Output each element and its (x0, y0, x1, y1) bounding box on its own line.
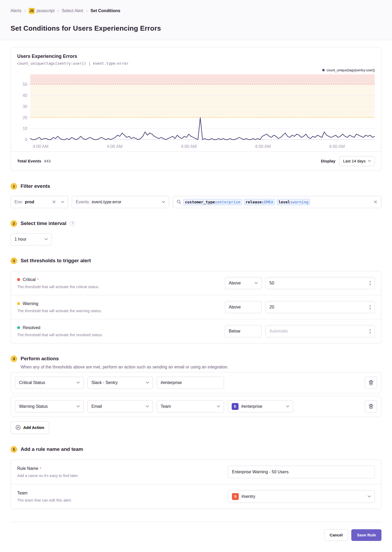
delete-action-button[interactable] (365, 400, 377, 413)
plus-circle-icon (16, 425, 21, 430)
events-chart-panel: Users Experiencing Errors count_unique(t… (11, 47, 381, 171)
page-title: Set Conditions for Users Experiencing Er… (11, 24, 381, 32)
warning-status-dot (17, 302, 20, 305)
trash-icon (369, 404, 373, 409)
team-select[interactable]: S #sentry (228, 490, 375, 503)
time-interval-select[interactable]: 1 hour (11, 233, 52, 245)
breadcrumb-project[interactable]: JS javascript (29, 8, 55, 14)
critical-status-dot (17, 278, 20, 281)
search-clear-icon[interactable]: ✕ (374, 200, 377, 204)
breadcrumb-alerts[interactable]: Alerts (11, 8, 21, 13)
resolved-value-field (265, 325, 375, 337)
rule-name-description: Add a name so it's easy to find later. (17, 474, 78, 478)
time-interval-value: 1 hour (15, 237, 26, 242)
critical-value-field (265, 277, 375, 289)
action-trigger-value: Critical Status (19, 380, 45, 385)
add-action-label: Add Action (23, 425, 44, 430)
trash-icon (369, 380, 373, 385)
rule-panel: Rule Name * Add a name so it's easy to f… (11, 460, 381, 509)
section-perform-actions-title: Perform actions (21, 356, 59, 362)
action-trigger-value: Warning Status (19, 404, 48, 409)
svg-text:50: 50 (23, 82, 27, 87)
action-service-select[interactable]: Email (87, 400, 153, 413)
chevron-down-icon (146, 405, 149, 408)
action-team-select[interactable]: E #enterprise (228, 400, 293, 413)
total-events-value: 443 (44, 159, 51, 163)
breadcrumb-project-label: javascript (37, 8, 55, 13)
display-range-dropdown[interactable]: Last 14 days (339, 156, 375, 166)
chart-footer: Total Events 443 Display Last 14 days (11, 151, 381, 171)
resolved-operator-value: Below (229, 329, 240, 334)
section-thresholds-title: Set thresholds to trigger alert (21, 258, 91, 264)
critical-threshold-row: Critical * The threshold that will activ… (11, 271, 381, 295)
stepper-icon[interactable] (369, 305, 371, 310)
perform-actions-description: When any of the thresholds above are met… (21, 365, 381, 369)
action-channel-input[interactable] (161, 380, 220, 385)
chevron-down-icon (61, 201, 64, 203)
warning-description: The threshold that will activate the war… (17, 309, 102, 313)
enterprise-team-avatar: E (232, 403, 239, 410)
resolved-value-input[interactable] (269, 329, 367, 334)
rule-name-label: Rule Name (17, 466, 38, 471)
help-icon[interactable]: ? (70, 221, 75, 226)
event-types-prefix: Events: (76, 200, 90, 204)
action-service-select[interactable]: Slack - Sentry (87, 377, 153, 389)
legend-series-label: count_unique(tags[sentry:user]) (326, 68, 375, 72)
warning-threshold-row: Warning The threshold that will activate… (11, 295, 381, 319)
team-row: Team The team that can edit this alert. … (11, 484, 381, 509)
sentry-team-avatar: S (232, 493, 239, 500)
cancel-button[interactable]: Cancel (324, 529, 348, 541)
save-rule-button[interactable]: Save Rule (351, 529, 381, 541)
event-types-select[interactable]: Events: event.type:error (72, 196, 169, 208)
svg-text:4:00 AM: 4:00 AM (181, 144, 197, 149)
action-team-value: #enterprise (241, 404, 262, 409)
warning-value-input[interactable] (269, 305, 367, 310)
action-trigger-select[interactable]: Critical Status (15, 377, 84, 389)
svg-text:10: 10 (23, 126, 27, 131)
chevron-down-icon (368, 495, 371, 498)
section-rule-name: 5 Add a rule name and team (11, 446, 381, 453)
chevron-down-icon (286, 405, 289, 408)
resolved-operator-box: Below (225, 325, 262, 337)
stepper-icon[interactable] (369, 329, 371, 334)
search-token-release[interactable]: release:EMEA (244, 199, 275, 205)
resolved-label: Resolved (23, 325, 40, 330)
section-time-interval: 2 Select time interval ? (11, 220, 381, 227)
token-key: level: (278, 200, 292, 204)
critical-operator-select[interactable]: Above (225, 277, 262, 289)
search-token-level[interactable]: level:warning (277, 199, 310, 205)
search-filter-input[interactable]: customer_type:enterprise release:EMEA le… (173, 196, 381, 208)
events-chart: 010203040504:00 AM4:00 AM4:00 AM4:00 AM4… (11, 72, 381, 151)
breadcrumb-select-alert[interactable]: Select Alert (62, 8, 83, 13)
action-row-critical: Critical Status Slack - Sentry (11, 372, 381, 393)
section-time-interval-title: Select time interval (21, 221, 66, 226)
rule-name-field (228, 466, 375, 478)
svg-text:4:00 AM: 4:00 AM (255, 144, 271, 149)
section-rule-name-title: Add a rule name and team (21, 446, 83, 452)
svg-text:0: 0 (25, 137, 27, 142)
environment-clear-icon[interactable]: ✕ (52, 200, 56, 204)
delete-action-button[interactable] (365, 377, 377, 389)
rule-name-input[interactable] (232, 470, 371, 474)
critical-value-input[interactable] (269, 281, 367, 286)
stepper-icon[interactable] (369, 281, 371, 286)
critical-description: The threshold that will activate the cri… (17, 285, 99, 289)
token-value: enterprise (217, 200, 240, 204)
form-footer: Cancel Save Rule (11, 522, 381, 552)
chevron-down-icon (217, 405, 220, 408)
chevron-down-icon (77, 382, 80, 384)
action-target-type-value: Team (161, 404, 171, 409)
token-key: release: (246, 200, 264, 204)
add-action-button[interactable]: Add Action (11, 421, 49, 434)
event-types-value: event.type:error (92, 200, 121, 204)
environment-select[interactable]: Env: prod ✕ (11, 196, 68, 208)
chevron-down-icon (45, 238, 48, 240)
action-trigger-select[interactable]: Warning Status (15, 400, 84, 413)
action-channel-field (157, 377, 224, 389)
svg-text:4:00 AM: 4:00 AM (107, 144, 123, 149)
action-target-type-select[interactable]: Team (157, 400, 224, 413)
search-token-customer-type[interactable]: customer_type:enterprise (183, 199, 242, 205)
section-filter-events-title: Filter events (21, 183, 50, 189)
svg-text:20: 20 (23, 115, 27, 120)
warning-label: Warning (23, 301, 38, 306)
